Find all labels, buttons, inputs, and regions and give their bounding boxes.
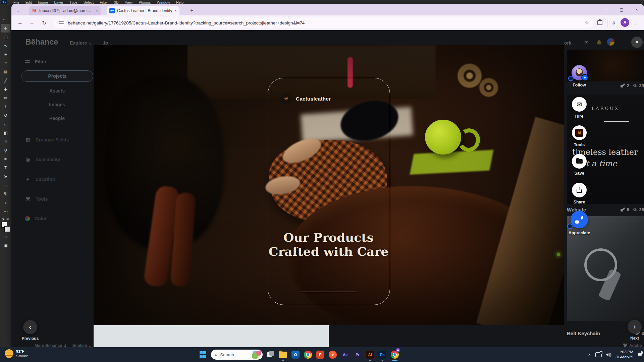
type-tool-icon[interactable]: T bbox=[1, 163, 10, 172]
taskbar-clock[interactable]: 1:03 PM 31-Mar-25 bbox=[615, 350, 633, 360]
minimize-button[interactable]: – bbox=[599, 4, 614, 15]
appreciate-button[interactable] bbox=[571, 211, 588, 228]
clone-stamp-tool-icon[interactable]: ⊥ bbox=[1, 102, 10, 111]
outlook-button[interactable]: O bbox=[291, 348, 300, 361]
notification-bell-icon[interactable]: z bbox=[638, 353, 642, 357]
sidebar-creative-fields[interactable]: ⊞ Creative Fields bbox=[25, 137, 69, 143]
url-text[interactable]: behance.net/gallery/177619205/Cactus-Lea… bbox=[68, 20, 585, 25]
reload-button[interactable]: ↻ bbox=[40, 18, 49, 27]
premiere-button[interactable]: Pr bbox=[353, 348, 362, 361]
follow-plus-icon[interactable]: + bbox=[581, 74, 588, 81]
path-selection-tool-icon[interactable]: ➤ bbox=[1, 172, 10, 181]
after-effects-button[interactable]: Ae bbox=[341, 348, 350, 361]
volume-icon[interactable]: ))) bbox=[606, 353, 611, 357]
owner-avatar[interactable]: + bbox=[572, 65, 587, 80]
brush-tool-icon[interactable]: ✑ bbox=[1, 94, 10, 102]
gradient-tool-icon[interactable]: ◧ bbox=[1, 128, 10, 137]
sidebar-tab-projects[interactable]: Projects bbox=[21, 70, 93, 82]
extensions-icon[interactable] bbox=[597, 20, 602, 25]
screen-mode-icon[interactable]: ▣ bbox=[1, 241, 10, 249]
save-button[interactable] bbox=[572, 154, 587, 169]
task-view-button[interactable] bbox=[266, 348, 275, 361]
ps-panel-expand-icon[interactable]: » bbox=[3, 17, 5, 21]
chrome-button[interactable] bbox=[304, 348, 312, 361]
hire-button[interactable]: ✉ bbox=[572, 97, 587, 112]
tab-close-icon[interactable]: × bbox=[174, 8, 177, 13]
follow-action[interactable]: + Follow bbox=[567, 65, 592, 87]
hand-tool-icon[interactable]: Ψ bbox=[1, 189, 10, 198]
related-title[interactable]: Belt Keychain bbox=[567, 330, 632, 336]
lasso-tool-icon[interactable]: ∿ bbox=[1, 41, 10, 50]
share-button[interactable]: ↑ bbox=[572, 183, 587, 197]
tab-search-icon[interactable]: ⌄ bbox=[15, 7, 21, 13]
nav-explore[interactable]: Explore ⌄ bbox=[70, 40, 92, 46]
hire-action[interactable]: ✉ Hire bbox=[567, 97, 592, 119]
quick-mask-icon[interactable]: ◌ bbox=[1, 232, 10, 241]
start-button[interactable] bbox=[199, 348, 207, 361]
site-info-icon[interactable] bbox=[59, 21, 64, 24]
healing-tool-icon[interactable]: ✚ bbox=[1, 85, 10, 94]
chrome-active-button[interactable]: A bbox=[390, 348, 399, 361]
smudge-tool-icon[interactable]: ☟ bbox=[1, 137, 10, 146]
move-tool-icon[interactable]: ✛ bbox=[1, 24, 10, 33]
dodge-tool-icon[interactable]: ⚲ bbox=[1, 146, 10, 155]
more-tools-icon[interactable]: ⋯ bbox=[1, 207, 10, 216]
tab-behance-active[interactable]: Bē Cactus Leather | Brand identity × bbox=[107, 6, 179, 15]
new-tab-button[interactable]: + bbox=[189, 7, 195, 13]
swap-colors-icon[interactable]: ◪ ⇄ bbox=[2, 218, 10, 221]
tab-gmail[interactable]: M Inbox (407) - adam@moreidea... × bbox=[29, 6, 101, 15]
bookmark-star-icon[interactable]: ☆ bbox=[585, 20, 589, 26]
photoshop-button[interactable]: Ps bbox=[378, 348, 387, 361]
back-button[interactable]: ← bbox=[15, 18, 25, 27]
taskbar-search[interactable]: ⌕ Search bbox=[211, 350, 263, 360]
tools-action[interactable]: Ai Tools bbox=[567, 125, 592, 147]
history-brush-tool-icon[interactable]: ↺ bbox=[1, 111, 10, 120]
marquee-tool-icon[interactable]: ▢ bbox=[1, 33, 10, 41]
tab-close-icon[interactable]: × bbox=[96, 8, 98, 13]
frame-tool-icon[interactable]: ⊠ bbox=[1, 67, 10, 76]
object-selection-tool-icon[interactable]: ⌖ bbox=[1, 50, 10, 59]
crop-tool-icon[interactable]: ⌗ bbox=[1, 59, 10, 67]
sidebar-color[interactable]: Color bbox=[25, 216, 47, 221]
display-cast-icon[interactable] bbox=[595, 352, 602, 357]
behance-logo[interactable]: Bēhance bbox=[25, 38, 58, 47]
downloads-icon[interactable]: ⇩ bbox=[609, 18, 619, 27]
nav-jobs[interactable]: Jo bbox=[103, 40, 108, 46]
powerpoint-button[interactable]: P bbox=[316, 348, 325, 361]
tools-button[interactable]: Ai bbox=[572, 125, 587, 140]
chevron-right-icon[interactable]: › bbox=[628, 320, 642, 334]
maximize-button[interactable]: ▢ bbox=[614, 4, 629, 15]
sidebar-tab-assets[interactable]: Assets bbox=[21, 88, 93, 94]
sidebar-tools[interactable]: ⚒ Tools bbox=[25, 196, 48, 202]
file-explorer-button[interactable] bbox=[279, 348, 287, 361]
zoom-tool-icon[interactable]: ⌕ bbox=[1, 198, 10, 207]
footer-language[interactable]: English ⌄ bbox=[72, 343, 92, 347]
brave-button[interactable]: ∨ bbox=[328, 348, 337, 361]
hidden-icons-chevron[interactable]: ∧ bbox=[588, 352, 591, 357]
close-window-button[interactable]: × bbox=[629, 4, 644, 15]
chevron-left-icon[interactable]: ‹ bbox=[23, 320, 37, 334]
background-color-swatch[interactable] bbox=[4, 226, 10, 232]
nav-find-work-partial[interactable]: ork bbox=[564, 40, 572, 46]
project-hero-image[interactable]: ✳ Cactusleather Our Products Crafted wit… bbox=[94, 45, 564, 325]
address-bar[interactable]: behance.net/gallery/177619205/Cactus-Lea… bbox=[54, 17, 594, 28]
share-action[interactable]: ↑ Share bbox=[567, 183, 592, 204]
taskbar-weather-widget[interactable]: 91°F Smoke bbox=[5, 349, 28, 359]
next-project[interactable]: › Next bbox=[625, 320, 644, 341]
appreciate-action[interactable]: Appreciate bbox=[567, 211, 592, 235]
sidebar-availability[interactable]: ◎ Availability bbox=[25, 157, 60, 163]
previous-project[interactable]: ‹ Previous bbox=[20, 320, 40, 341]
browser-profile-avatar[interactable]: A bbox=[621, 18, 629, 27]
notifications-bell-icon[interactable]: 🔔 bbox=[596, 40, 602, 45]
sidebar-location[interactable]: ⌖ Location bbox=[25, 176, 55, 182]
forward-button[interactable]: → bbox=[27, 18, 37, 27]
sidebar-tab-images[interactable]: Images bbox=[21, 102, 93, 107]
illustrator-button[interactable]: Ai bbox=[366, 348, 374, 361]
sidebar-tab-people[interactable]: People bbox=[21, 116, 93, 121]
eyedropper-tool-icon[interactable]: ╱ bbox=[1, 76, 10, 85]
browser-menu-icon[interactable]: ⋮ bbox=[631, 18, 641, 27]
behance-user-avatar[interactable] bbox=[607, 38, 614, 46]
footer-more-behance[interactable]: More Behance ⌄ bbox=[35, 343, 66, 347]
color-swatches[interactable] bbox=[1, 222, 10, 232]
eraser-tool-icon[interactable]: ▱ bbox=[1, 120, 10, 128]
